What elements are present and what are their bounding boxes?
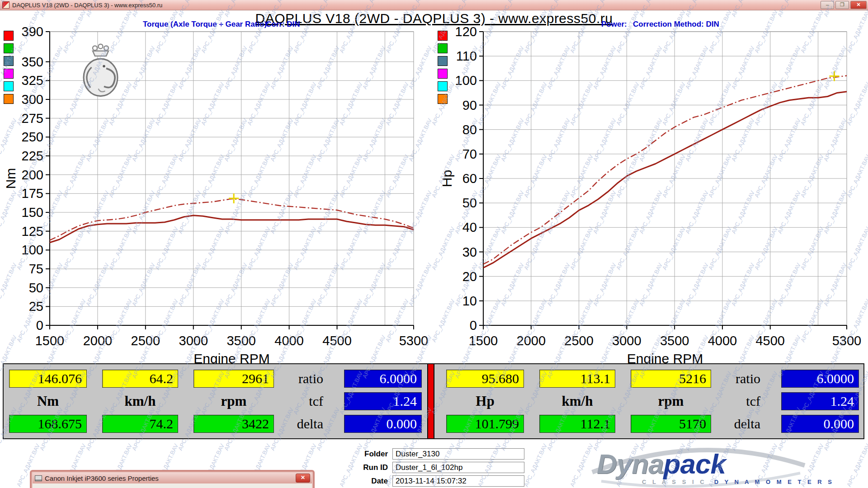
svg-text:0: 0: [470, 318, 477, 333]
svg-text:325: 325: [22, 73, 43, 88]
torque-run1-kmh-box: 64.2: [102, 370, 178, 388]
svg-text:2000: 2000: [517, 333, 546, 348]
torque-unit-nm: Nm: [9, 392, 87, 410]
torque-run1-nm-box: 146.076: [9, 370, 87, 388]
app-icon: [2, 1, 9, 9]
folder-field[interactable]: Duster_3130: [392, 448, 524, 460]
svg-text:4500: 4500: [755, 333, 785, 348]
svg-text:2500: 2500: [131, 333, 160, 348]
svg-text:50: 50: [29, 281, 43, 295]
svg-text:40: 40: [462, 220, 477, 235]
svg-text:25: 25: [29, 299, 43, 314]
svg-text:10: 10: [462, 294, 477, 308]
panel-divider: [427, 364, 434, 438]
torque-delta-label: delta: [262, 415, 323, 433]
torque-run2-nm-box: 168.675: [9, 415, 87, 433]
dialog-close-button[interactable]: ✕: [296, 474, 310, 483]
power-tcf-label: tcf: [699, 392, 760, 410]
date-row: Date 2013-11-14 15:07:32: [357, 475, 524, 487]
close-button[interactable]: ✕: [850, 1, 867, 9]
power-run1-kmh-box: 113.1: [539, 370, 615, 388]
torque-ratio-label: ratio: [262, 370, 323, 388]
torque-tcf-label: tcf: [262, 392, 323, 410]
svg-text:390: 390: [22, 24, 43, 39]
power-delta-box: 0.000: [781, 415, 859, 433]
torque-ratio-box: 6.0000: [344, 370, 422, 388]
runid-row: Run ID Duster_1_6l_102hp: [357, 462, 524, 474]
svg-text:30: 30: [462, 245, 477, 259]
svg-text:150: 150: [22, 205, 43, 220]
svg-text:3000: 3000: [179, 333, 208, 348]
svg-text:250: 250: [22, 130, 43, 144]
power-ratio-label: ratio: [699, 370, 760, 388]
svg-text:70: 70: [462, 147, 477, 161]
power-run2-hp-box: 101.799: [446, 415, 524, 433]
svg-text:60: 60: [462, 171, 477, 186]
svg-text:80: 80: [462, 122, 477, 137]
dialog-title: Canon Inkjet iP3600 series Properties: [45, 474, 296, 482]
window-titlebar[interactable]: DAQPLUS V18 (2WD - DAQPLUS 3) - www.expr…: [0, 0, 868, 10]
logo-sub-dynamometers: D Y N A M O M E T E R S: [714, 479, 834, 485]
folder-label: Folder: [357, 450, 388, 459]
svg-text:5300: 5300: [399, 333, 429, 348]
power-tcf-box: 1.24: [781, 392, 859, 410]
svg-text:75: 75: [29, 262, 43, 276]
power-unit-kmh: km/h: [539, 392, 615, 410]
svg-text:110: 110: [456, 49, 477, 63]
runid-label: Run ID: [357, 463, 388, 472]
svg-text:120: 120: [455, 24, 477, 39]
elephant-logo: [72, 43, 129, 103]
page-title: DAQPLUS V18 (2WD - DAQPLUS 3) - www.expr…: [0, 11, 868, 26]
svg-text:20: 20: [462, 269, 477, 284]
svg-text:5300: 5300: [832, 333, 862, 348]
torque-tcf-box: 1.24: [344, 392, 422, 410]
minimize-button[interactable]: –: [821, 1, 834, 9]
svg-text:300: 300: [22, 92, 43, 107]
dialog-titlebar[interactable]: Canon Inkjet iP3600 series Properties ✕: [33, 473, 312, 483]
printer-dialog[interactable]: Canon Inkjet iP3600 series Properties ✕: [30, 470, 315, 488]
svg-text:125: 125: [22, 224, 43, 239]
svg-text:2500: 2500: [564, 333, 594, 348]
application-window: АРС_АДАКТ.BAVАРС_АДАКТ.BAVАРС_АДАКТ.BAVА…: [0, 0, 868, 488]
torque-delta-box: 0.000: [344, 415, 422, 433]
dynapack-logo: Dynapack C L A S S I C D Y N A M O M E T…: [588, 445, 809, 488]
power-run1-hp-box: 95.680: [446, 370, 524, 388]
svg-text:350: 350: [22, 55, 43, 69]
svg-text:Nm: Nm: [3, 168, 18, 189]
power-run2-kmh-box: 112.1: [539, 415, 615, 433]
svg-text:3500: 3500: [660, 333, 689, 348]
logo-text-pack: pack: [664, 448, 726, 479]
power-unit-hp: Hp: [446, 392, 524, 410]
svg-text:1500: 1500: [35, 333, 65, 348]
svg-text:4000: 4000: [274, 333, 304, 348]
svg-text:3000: 3000: [612, 333, 642, 348]
power-ratio-box: 6.0000: [781, 370, 859, 388]
power-chart-svg: 0102030405060708090100110120150020002500…: [445, 25, 868, 359]
dialog-body: [33, 483, 312, 488]
printer-icon: [35, 475, 42, 481]
power-readout-panel: 95.680 113.1 5216 ratio 6.0000 Hp km/h r…: [446, 364, 864, 438]
svg-text:100: 100: [455, 73, 477, 88]
svg-text:100: 100: [22, 243, 43, 257]
torque-readout-panel: 146.076 64.2 2961 ratio 6.0000 Nm km/h r…: [9, 364, 427, 438]
svg-text:0: 0: [36, 318, 43, 333]
torque-run2-kmh-box: 74.2: [102, 415, 178, 433]
svg-text:50: 50: [462, 196, 477, 210]
date-field[interactable]: 2013-11-14 15:07:32: [392, 475, 524, 487]
power-delta-label: delta: [699, 415, 760, 433]
power-chart[interactable]: 0102030405060708090100110120150020002500…: [445, 25, 868, 361]
torque-unit-kmh: km/h: [102, 392, 178, 410]
svg-text:275: 275: [22, 111, 43, 126]
svg-text:4500: 4500: [322, 333, 352, 348]
folder-row: Folder Duster_3130: [357, 448, 524, 460]
runid-field[interactable]: Duster_1_6l_102hp: [392, 462, 524, 473]
svg-text:Hp: Hp: [439, 170, 454, 187]
svg-text:225: 225: [22, 149, 43, 163]
date-label: Date: [357, 477, 388, 486]
window-title: DAQPLUS V18 (2WD - DAQPLUS 3) - www.expr…: [12, 2, 821, 9]
svg-text:2000: 2000: [83, 333, 113, 348]
maximize-button[interactable]: ❐: [835, 1, 849, 9]
data-panel: 146.076 64.2 2961 ratio 6.0000 Nm km/h r…: [3, 363, 864, 439]
logo-sub-classic: C L A S S I C: [642, 479, 707, 485]
svg-text:3500: 3500: [226, 333, 256, 348]
